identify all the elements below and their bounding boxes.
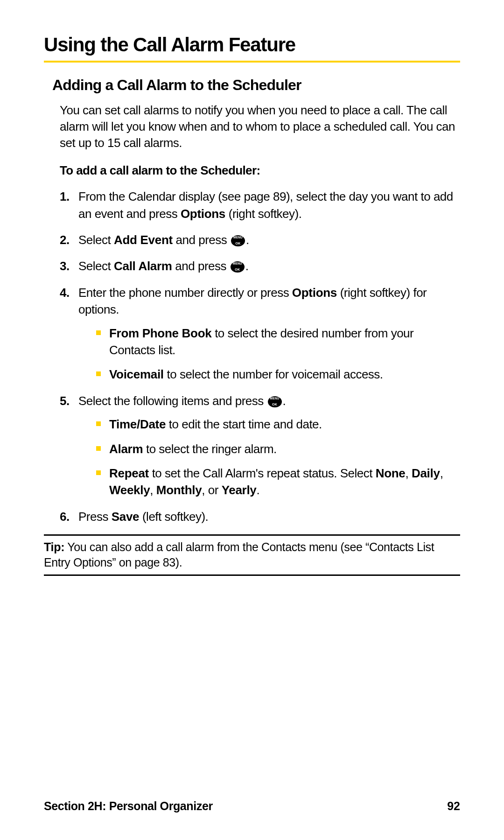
step-6: 6. Press Save (left softkey). [60, 508, 460, 525]
footer-page-number: 92 [447, 799, 460, 813]
step-number: 3. [60, 258, 70, 274]
step-keyword: Call Alarm [114, 259, 172, 273]
sub-keyword: Monthly [156, 483, 202, 497]
section-heading: Adding a Call Alarm to the Scheduler [44, 77, 460, 94]
menu-ok-icon [231, 235, 245, 246]
step-text: Press [78, 510, 112, 524]
sub-item: Voicemail to select the number for voice… [96, 366, 460, 383]
step-number: 4. [60, 284, 70, 301]
step-keyword: Options [181, 207, 225, 221]
intro-paragraph: You can set call alarms to notify you wh… [44, 102, 460, 151]
step-text: (right softkey). [225, 207, 301, 221]
page-title: Using the Call Alarm Feature [44, 34, 460, 56]
step-number: 2. [60, 231, 70, 248]
sub-item: Repeat to set the Call Alarm's repeat st… [96, 465, 460, 499]
procedure-heading: To add a call alarm to the Scheduler: [44, 163, 460, 178]
sub-list: Time/Date to edit the start time and dat… [78, 416, 460, 499]
sub-item: Alarm to select the ringer alarm. [96, 441, 460, 457]
sub-text: . [256, 483, 259, 497]
step-text: . [283, 394, 286, 408]
step-text: Select the following items and press [78, 394, 267, 408]
step-keyword: Options [292, 286, 337, 300]
sub-text: to select the number for voicemail acces… [164, 367, 383, 381]
step-text: and press [173, 233, 230, 247]
step-keyword: Add Event [114, 233, 173, 247]
step-1: 1. From the Calendar display (see page 8… [60, 188, 460, 222]
sub-text: , [150, 483, 156, 497]
sub-item: Time/Date to edit the start time and dat… [96, 416, 460, 433]
sub-text: to set the Call Alarm's repeat status. S… [149, 466, 376, 480]
step-4: 4. Enter the phone number directly or pr… [60, 284, 460, 383]
step-text: (left softkey). [139, 510, 208, 524]
sub-keyword: Repeat [109, 466, 149, 480]
step-keyword: Save [112, 510, 140, 524]
step-text: . [245, 259, 249, 273]
sub-keyword: From Phone Book [109, 326, 211, 340]
tip-label: Tip: [44, 540, 64, 553]
sub-text: , or [202, 483, 221, 497]
sub-text: to edit the start time and date. [166, 417, 322, 431]
page-footer: Section 2H: Personal Organizer 92 [44, 799, 460, 813]
tip-block: Tip: You can also add a call alarm from … [44, 534, 460, 576]
step-2: 2. Select Add Event and press . [60, 231, 460, 248]
step-text: Enter the phone number directly or press [78, 286, 292, 300]
sub-keyword: None [376, 466, 406, 480]
menu-ok-icon [231, 261, 245, 273]
tip-text: Tip: You can also add a call alarm from … [44, 539, 460, 570]
step-text: . [246, 233, 249, 247]
sub-keyword: Voicemail [109, 367, 164, 381]
sub-keyword: Yearly [222, 483, 257, 497]
step-text: and press [172, 259, 230, 273]
sub-text: , [440, 466, 443, 480]
manual-page: Using the Call Alarm Feature Adding a Ca… [0, 0, 504, 840]
tip-body: You can also add a call alarm from the C… [44, 540, 434, 569]
step-text: Select [78, 233, 114, 247]
sub-keyword: Time/Date [109, 417, 166, 431]
footer-section: Section 2H: Personal Organizer [44, 799, 213, 813]
sub-list: From Phone Book to select the desired nu… [78, 325, 460, 383]
step-number: 6. [60, 508, 70, 525]
menu-ok-icon [268, 396, 282, 407]
title-underline [44, 61, 460, 63]
sub-keyword: Daily [412, 466, 440, 480]
step-number: 5. [60, 392, 70, 409]
step-list: 1. From the Calendar display (see page 8… [44, 188, 460, 525]
sub-keyword: Alarm [109, 442, 143, 456]
sub-item: From Phone Book to select the desired nu… [96, 325, 460, 359]
step-text: Select [78, 259, 114, 273]
step-number: 1. [60, 188, 70, 205]
sub-text: , [406, 466, 412, 480]
sub-text: to select the ringer alarm. [143, 442, 277, 456]
step-5: 5. Select the following items and press … [60, 392, 460, 499]
step-3: 3. Select Call Alarm and press . [60, 258, 460, 274]
sub-keyword: Weekly [109, 483, 150, 497]
